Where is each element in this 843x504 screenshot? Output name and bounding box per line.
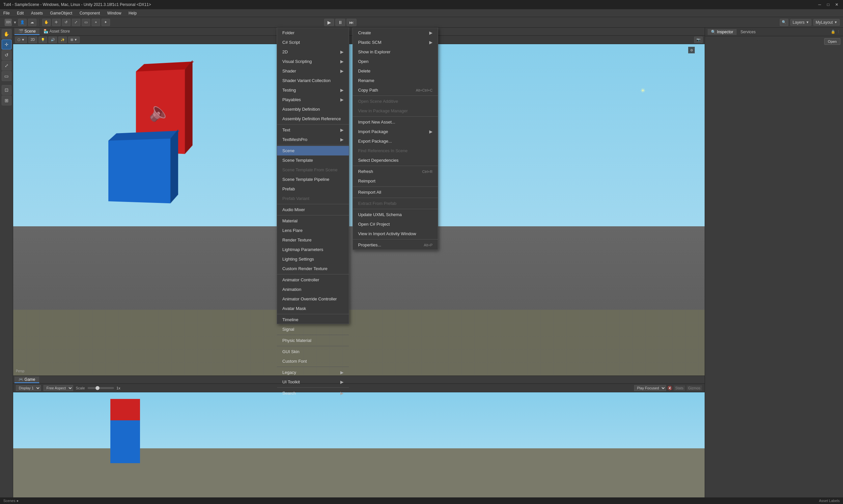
step-button[interactable]: ⏭: [346, 19, 356, 26]
ctx-update-uxml[interactable]: Update UXML Schema: [353, 210, 438, 219]
asset-store-tab[interactable]: 🏪 Asset Store: [39, 28, 74, 35]
move-tool-panel[interactable]: ✛: [2, 39, 12, 49]
rect-tool-panel[interactable]: ▭: [2, 71, 12, 81]
xh-icon[interactable]: XH: [5, 19, 12, 26]
menu-item-material[interactable]: Material: [277, 216, 349, 226]
menu-item-lightmap-params[interactable]: Lightmap Parameters: [277, 245, 349, 254]
menu-item-shader[interactable]: Shader▶: [277, 66, 349, 76]
ctx-import-package[interactable]: Import Package▶: [353, 127, 438, 137]
menu-help[interactable]: Help: [127, 10, 138, 16]
menu-item-audio-mixer[interactable]: Audio Mixer: [277, 205, 349, 214]
pause-button[interactable]: ⏸: [335, 19, 345, 26]
menu-item-custom-font[interactable]: Custom Font: [277, 356, 349, 366]
menu-item-render-texture[interactable]: Render Texture: [277, 235, 349, 245]
ctx-import-new-asset[interactable]: Import New Asset...: [353, 117, 438, 127]
layers-dropdown[interactable]: Layers ▼: [790, 19, 811, 26]
menu-item-lighting-settings[interactable]: Lighting Settings: [277, 254, 349, 264]
account-icon[interactable]: 👤: [18, 19, 27, 26]
menu-item-scene-template[interactable]: Scene Template: [277, 156, 349, 165]
menu-file[interactable]: File: [2, 10, 11, 16]
menu-item-animation[interactable]: Animation: [277, 285, 349, 294]
menu-item-animator-controller[interactable]: Animator Controller: [277, 275, 349, 285]
rotate-tool-panel[interactable]: ↺: [2, 50, 12, 60]
scale-tool-panel[interactable]: ⤢: [2, 60, 12, 71]
ctx-open-csharp[interactable]: Open C# Project: [353, 219, 438, 229]
menu-item-visual-scripting[interactable]: Visual Scripting▶: [277, 57, 349, 66]
menu-item-scene-template-pipeline[interactable]: Scene Template Pipeline: [277, 175, 349, 184]
menu-item-physic-material[interactable]: Physic Material: [277, 336, 349, 345]
gizmos-btn[interactable]: Gizmos: [686, 385, 702, 391]
ctx-show-in-explorer[interactable]: Show in Explorer: [353, 47, 438, 57]
layout-dropdown[interactable]: MyLayout ▼: [813, 19, 840, 26]
stats-btn[interactable]: Stats: [674, 385, 685, 391]
menu-item-shader-variant[interactable]: Shader Variant Collection: [277, 76, 349, 85]
lighting-toggle[interactable]: 💡: [38, 37, 47, 43]
ctx-copy-path[interactable]: Copy Path Alt+Ctrl+C: [353, 85, 438, 95]
game-view[interactable]: [13, 392, 705, 504]
play-focused-select[interactable]: Play Focused: [634, 385, 666, 391]
hand-tool-panel[interactable]: ✋: [2, 29, 12, 39]
menu-item-assembly-def-ref[interactable]: Assembly Definition Reference: [277, 114, 349, 124]
rotate-tool[interactable]: ↺: [62, 19, 71, 26]
ctx-export-package[interactable]: Export Package...: [353, 137, 438, 146]
move-tool[interactable]: ✛: [52, 19, 60, 26]
menu-item-timeline[interactable]: Timeline: [277, 315, 349, 324]
menu-edit[interactable]: Edit: [16, 10, 25, 16]
rect-tool[interactable]: ▭: [82, 19, 90, 26]
menu-assets[interactable]: Assets: [30, 10, 44, 16]
2d-button[interactable]: 2D: [28, 37, 37, 43]
menu-item-ui-toolkit[interactable]: UI Toolkit▶: [277, 377, 349, 387]
volume-icon[interactable]: 🔇: [667, 386, 672, 390]
hand-tool[interactable]: ✋: [42, 19, 51, 26]
menu-item-textmeshpro[interactable]: TextMeshPro▶: [277, 135, 349, 144]
ctx-rename[interactable]: Rename: [353, 76, 438, 85]
menu-item-lens-flare[interactable]: Lens Flare: [277, 226, 349, 235]
ctx-reimport[interactable]: Reimport: [353, 176, 438, 186]
ctx-reimport-all[interactable]: Reimport All: [353, 187, 438, 197]
custom-tool[interactable]: ✦: [102, 19, 110, 26]
scene-tab[interactable]: 🎬 Scene: [15, 28, 39, 35]
menu-item-prefab[interactable]: Prefab: [277, 184, 349, 194]
fx-toggle[interactable]: ✨: [58, 37, 67, 43]
lock-icon[interactable]: 🔒: [831, 30, 836, 34]
play-button[interactable]: ▶: [324, 19, 334, 26]
menu-window[interactable]: Window: [106, 10, 123, 16]
menu-gameobject[interactable]: GameObject: [49, 10, 73, 16]
menu-item-search[interactable]: Search▶: [277, 389, 349, 398]
menu-item-scene[interactable]: Scene: [277, 146, 349, 156]
ctx-select-dependencies[interactable]: Select Dependencies: [353, 156, 438, 165]
ctx-refresh[interactable]: Refresh Ctrl+R: [353, 167, 438, 176]
gizmo-tool-panel[interactable]: ⊡: [2, 85, 12, 95]
ctx-open[interactable]: Open: [353, 57, 438, 66]
menu-item-folder[interactable]: Folder: [277, 28, 349, 38]
camera-settings-icon[interactable]: ⚙: [688, 47, 695, 53]
camera-icon[interactable]: 📷: [694, 37, 703, 43]
ctx-delete[interactable]: Delete: [353, 66, 438, 76]
menu-item-testing[interactable]: Testing▶: [277, 85, 349, 95]
menu-item-text[interactable]: Text▶: [277, 125, 349, 135]
gizmo-toggle[interactable]: ⊞ ▼: [68, 37, 80, 43]
audio-toggle[interactable]: 🔊: [49, 37, 57, 43]
menu-item-assembly-def[interactable]: Assembly Definition: [277, 104, 349, 114]
game-tab[interactable]: 🎮 Game: [15, 377, 39, 383]
menu-item-avatar-mask[interactable]: Avatar Mask: [277, 304, 349, 313]
menu-item-custom-render-texture[interactable]: Custom Render Texture: [277, 264, 349, 273]
ctx-plastic-scm[interactable]: Plastic SCM▶: [353, 38, 438, 47]
ctx-create[interactable]: Create▶: [353, 28, 438, 38]
inspector-menu-icon[interactable]: ⋮: [837, 30, 840, 34]
menu-component[interactable]: Component: [78, 10, 101, 16]
shading-dropdown[interactable]: ⬡ ▼: [15, 37, 27, 43]
menu-item-animator-override[interactable]: Animator Override Controller: [277, 294, 349, 304]
ctx-properties[interactable]: Properties... Alt+P: [353, 240, 438, 250]
cloud-icon[interactable]: ☁: [28, 19, 37, 26]
minimize-button[interactable]: ─: [817, 2, 823, 7]
search-icon[interactable]: 🔍: [780, 19, 788, 26]
scale-tool[interactable]: ⤢: [72, 19, 80, 26]
maximize-button[interactable]: □: [825, 2, 831, 7]
menu-item-playables[interactable]: Playables▶: [277, 95, 349, 104]
grid-tool-panel[interactable]: ⊞: [2, 95, 12, 105]
directional-light-icon[interactable]: ✳: [641, 87, 645, 94]
ctx-view-import-activity[interactable]: View in Import Activity Window: [353, 229, 438, 238]
scale-slider[interactable]: [88, 387, 114, 389]
aspect-select[interactable]: Free Aspect: [43, 385, 73, 391]
